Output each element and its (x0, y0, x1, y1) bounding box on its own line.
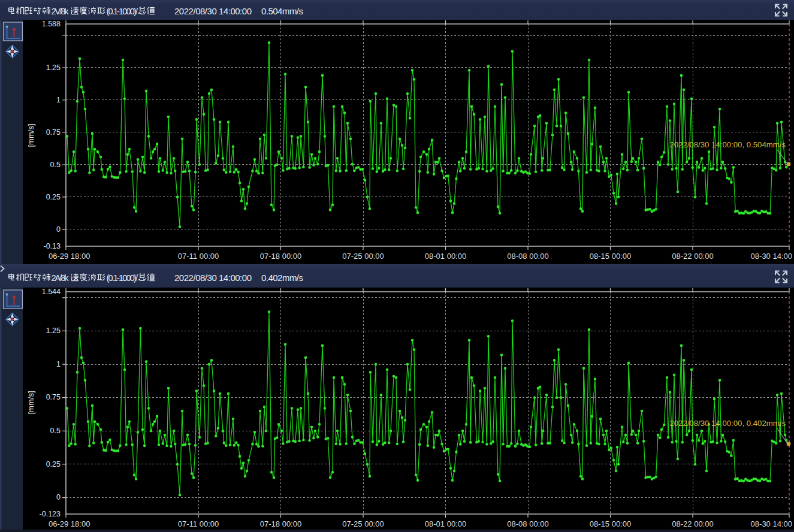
svg-text:2022/08/30 14:00:00: 2022/08/30 14:00:00 (174, 273, 252, 283)
svg-text:07-25 00:00: 07-25 00:00 (342, 519, 384, 528)
svg-text:0.504mm/s: 0.504mm/s (261, 6, 303, 16)
svg-text:(0.1-1000)/: (0.1-1000)/ (107, 273, 138, 283)
svg-text:(0.1-1000)/: (0.1-1000)/ (107, 7, 138, 16)
svg-text:0.75: 0.75 (46, 128, 61, 137)
svg-text:0.25: 0.25 (46, 193, 61, 201)
svg-text:0.25: 0.25 (46, 460, 61, 468)
svg-text:08-15 00:00: 08-15 00:00 (590, 252, 631, 261)
svg-text:08-01 00:00: 08-01 00:00 (425, 252, 466, 261)
svg-text:[mm/s]: [mm/s] (26, 124, 35, 147)
svg-text:0.75: 0.75 (46, 393, 61, 401)
svg-text:2022/08/30 14:00:00: 2022/08/30 14:00:00 (174, 6, 252, 16)
svg-text:1.544: 1.544 (42, 288, 61, 296)
svg-text:08-22 00:00: 08-22 00:00 (672, 252, 713, 261)
svg-text:2022/08/30 14:00:00, 0.402mm/s: 2022/08/30 14:00:00, 0.402mm/s (669, 419, 786, 428)
svg-text:07-11 00:00: 07-11 00:00 (178, 252, 219, 261)
svg-text:07-18 00:00: 07-18 00:00 (260, 252, 301, 261)
svg-text:06-29 18:00: 06-29 18:00 (49, 252, 90, 261)
svg-text:08-30 14:00: 08-30 14:00 (751, 519, 792, 528)
svg-text:1.25: 1.25 (46, 64, 61, 72)
svg-text:2A/8k: 2A/8k (52, 273, 70, 283)
svg-text:-0.123: -0.123 (40, 510, 61, 518)
svg-text:08-22 00:00: 08-22 00:00 (672, 519, 713, 528)
svg-text:06-29 18:00: 06-29 18:00 (49, 519, 90, 528)
svg-text:08-08 00:00: 08-08 00:00 (507, 252, 548, 261)
svg-text:2022/08/30 14:00:00, 0.504mm/s: 2022/08/30 14:00:00, 0.504mm/s (669, 140, 786, 149)
svg-text:08-01 00:00: 08-01 00:00 (425, 519, 466, 528)
svg-text:07-11 00:00: 07-11 00:00 (178, 519, 219, 528)
svg-text:2V/8k: 2V/8k (52, 7, 70, 16)
svg-text:1: 1 (56, 360, 61, 368)
svg-text:07-18 00:00: 07-18 00:00 (260, 519, 301, 528)
svg-text:08-30 14:00: 08-30 14:00 (751, 252, 792, 261)
svg-text:0.5: 0.5 (50, 427, 61, 435)
svg-text:1.588: 1.588 (42, 20, 61, 28)
svg-text:[mm/s]: [mm/s] (26, 391, 35, 415)
svg-text:0.402mm/s: 0.402mm/s (261, 273, 303, 283)
svg-text:07-25 00:00: 07-25 00:00 (342, 252, 384, 261)
svg-text:1: 1 (56, 96, 61, 104)
svg-text:0: 0 (56, 493, 61, 501)
svg-text:1.25: 1.25 (46, 327, 61, 335)
svg-text:0.5: 0.5 (50, 161, 61, 169)
svg-text:-0.13: -0.13 (44, 242, 61, 250)
svg-text:0: 0 (56, 225, 61, 234)
svg-text:08-08 00:00: 08-08 00:00 (507, 519, 548, 528)
svg-text:08-15 00:00: 08-15 00:00 (590, 519, 631, 528)
